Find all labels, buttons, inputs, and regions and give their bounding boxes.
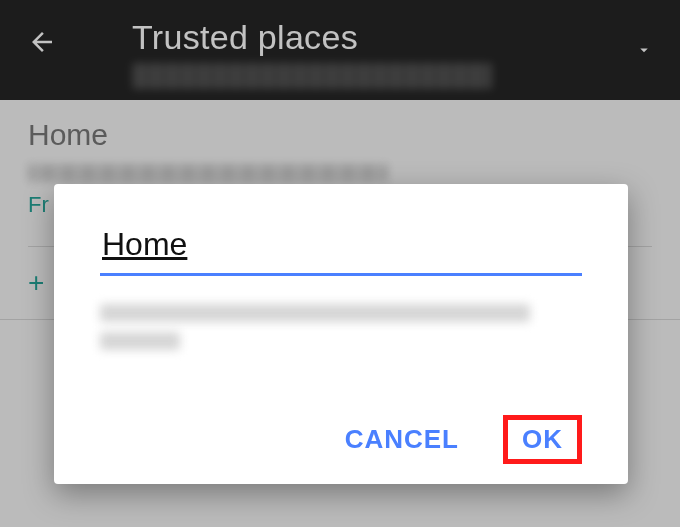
rename-dialog: CANCEL OK	[54, 184, 628, 484]
cancel-button[interactable]: CANCEL	[331, 416, 473, 463]
place-name-input[interactable]	[100, 226, 582, 276]
address-line-1-redacted	[100, 304, 530, 322]
name-input-container	[100, 226, 582, 276]
ok-button[interactable]: OK	[503, 415, 582, 464]
screen: Trusted places Home Fr + CANCEL OK	[0, 0, 680, 527]
address-line-2-redacted	[100, 332, 180, 350]
place-address-redacted	[100, 304, 582, 350]
dialog-button-row: CANCEL OK	[100, 415, 582, 484]
